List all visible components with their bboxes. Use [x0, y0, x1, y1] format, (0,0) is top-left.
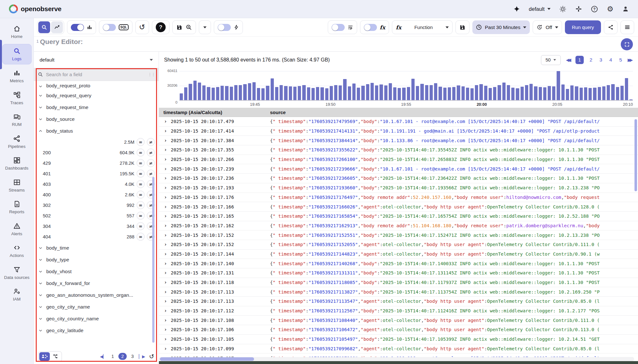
sidebar-item-data-sources[interactable]: Data sources: [2, 263, 32, 283]
include-filter-button[interactable]: =: [137, 170, 145, 178]
field-item-body_status[interactable]: body_status: [34, 125, 159, 137]
log-row[interactable]: ›2025-10-15 20:10:17.236{"_timestamp":"1…: [159, 174, 638, 183]
log-row[interactable]: ›2025-10-15 20:10:17.113{"_timestamp":"1…: [159, 297, 638, 306]
help-query-button[interactable]: ?: [152, 20, 169, 34]
log-row[interactable]: ›2025-10-15 20:10:17.479{"_timestamp":"1…: [159, 117, 638, 127]
histogram-toggle-button[interactable]: [67, 20, 96, 34]
log-row[interactable]: ›2025-10-15 20:10:17.414{"_timestamp":"1…: [159, 127, 638, 136]
save-search-group[interactable]: [172, 20, 196, 34]
expand-row-icon[interactable]: ›: [164, 242, 167, 247]
field-page-2[interactable]: 2: [118, 353, 127, 360]
expand-row-icon[interactable]: ›: [164, 289, 167, 295]
include-filter-button[interactable]: =: [137, 212, 145, 220]
first-page-icon[interactable]: ◀▏: [100, 354, 106, 359]
expand-row-icon[interactable]: ›: [164, 128, 167, 134]
include-filter-button[interactable]: =: [137, 180, 145, 188]
exclude-filter-button[interactable]: ≠: [147, 149, 155, 157]
horizontal-scrollbar[interactable]: [159, 357, 634, 361]
histogram-toggle[interactable]: [71, 24, 84, 31]
log-row[interactable]: ›2025-10-15 20:10:17.113{"_timestamp":"1…: [159, 287, 638, 297]
log-row[interactable]: ›2025-10-15 20:10:17.118{"_timestamp":"1…: [159, 278, 638, 288]
expand-row-icon[interactable]: ›: [164, 119, 167, 124]
log-row[interactable]: ›2025-10-15 20:10:17.165{"_timestamp":"1…: [159, 212, 638, 221]
field-item-geo_asn_autonomous_system_organ[interactable]: geo_asn_autonomous_system_organ...: [34, 289, 159, 301]
field-item-geo_city_country_name[interactable]: geo_city_country_name: [34, 313, 159, 324]
include-filter-button[interactable]: =: [137, 201, 145, 209]
profile-icon[interactable]: [622, 5, 629, 12]
log-row[interactable]: ›2025-10-15 20:10:17.176{"_timestamp":"1…: [159, 193, 638, 202]
field-item-body_vhost[interactable]: body_vhost: [34, 266, 159, 277]
events-histogram[interactable]: 60411302060 19:4519:5019:5520:0020:0520:…: [159, 68, 638, 108]
sql-toggle[interactable]: [103, 24, 116, 31]
expand-row-icon[interactable]: ›: [164, 232, 167, 238]
sql-mode-toggle-button[interactable]: SQL: [99, 20, 132, 34]
chart-mode-button[interactable]: [51, 21, 63, 33]
include-filter-button[interactable]: =: [137, 191, 145, 199]
expand-row-icon[interactable]: ›: [164, 194, 167, 200]
log-row[interactable]: ›2025-10-15 20:10:17.193{"_timestamp":"1…: [159, 183, 638, 193]
transform-toggle-button[interactable]: fx: [360, 20, 389, 34]
expand-row-icon[interactable]: ›: [164, 270, 167, 276]
settings-gear-icon[interactable]: ⚙: [607, 5, 613, 13]
log-row[interactable]: ›2025-10-15 20:10:17.384{"_timestamp":"1…: [159, 136, 638, 145]
include-filter-button[interactable]: =: [137, 149, 145, 157]
results-page-1[interactable]: 1: [575, 56, 584, 64]
results-page-2[interactable]: 2: [588, 57, 594, 63]
include-filter-button[interactable]: =: [137, 233, 145, 241]
share-button[interactable]: [604, 20, 618, 34]
expand-row-icon[interactable]: ›: [164, 261, 167, 266]
results-page-5[interactable]: 5: [618, 57, 623, 63]
exclude-filter-button[interactable]: ≠: [147, 159, 155, 167]
expand-row-icon[interactable]: ›: [164, 327, 167, 332]
log-row[interactable]: ›2025-10-15 20:10:17.239{"_timestamp":"1…: [159, 164, 638, 174]
vertical-scrollbar-thumb[interactable]: [634, 119, 637, 191]
expand-row-icon[interactable]: ›: [164, 166, 167, 172]
query-editor[interactable]: 1 Query Editor:: [34, 37, 638, 52]
include-filter-button[interactable]: =: [137, 222, 145, 230]
previous-pages-icon[interactable]: ◀◀: [566, 57, 571, 62]
quick-mode-toggle-button[interactable]: [214, 20, 243, 34]
field-search[interactable]: Search for a field ⋮⋮: [34, 68, 159, 81]
fx-toggle[interactable]: [364, 24, 377, 31]
run-query-button[interactable]: Run query: [565, 20, 601, 34]
expand-row-icon[interactable]: ›: [164, 336, 167, 342]
expand-row-icon[interactable]: ›: [164, 213, 167, 219]
field-item-body_request_proto[interactable]: body_request_proto: [34, 81, 159, 90]
sidebar-item-pipelines[interactable]: Pipelines: [2, 132, 32, 152]
sidebar-item-streams[interactable]: Streams: [2, 176, 32, 196]
log-row[interactable]: ›2025-10-15 20:10:17.099{"_timestamp":"1…: [159, 344, 638, 354]
sidebar-item-home[interactable]: Home: [2, 22, 32, 42]
theme-light-icon[interactable]: [559, 5, 567, 13]
log-row[interactable]: ›2025-10-15 20:10:17.166{"_timestamp":"1…: [159, 202, 638, 212]
log-row[interactable]: ›2025-10-15 20:10:17.105{"_timestamp":"1…: [159, 335, 638, 344]
field-item-body_time[interactable]: body_time: [34, 242, 159, 254]
log-row[interactable]: ›2025-10-15 20:10:17.106{"_timestamp":"1…: [159, 325, 638, 335]
field-page-1[interactable]: 1: [110, 354, 115, 359]
field-item-body_source[interactable]: body_source: [34, 113, 159, 125]
logo[interactable]: openobserve: [9, 4, 61, 13]
expand-row-icon[interactable]: ›: [164, 308, 167, 314]
wrap-lines-toggle-button[interactable]: [328, 20, 357, 34]
expand-editor-button[interactable]: [621, 38, 633, 50]
save-function-button[interactable]: [455, 20, 469, 34]
source-column-header[interactable]: source: [270, 110, 638, 115]
menu-button[interactable]: [620, 20, 634, 34]
exclude-filter-button[interactable]: ≠: [147, 138, 155, 146]
expand-row-icon[interactable]: ›: [164, 204, 167, 210]
field-page-3[interactable]: 3: [130, 354, 135, 359]
sidebar-item-iam[interactable]: IAM: [2, 285, 32, 305]
log-row[interactable]: ›2025-10-15 20:10:17.131{"_timestamp":"1…: [159, 268, 638, 278]
sidebar-item-alerts[interactable]: Alerts: [2, 219, 32, 239]
horizontal-scrollbar-thumb[interactable]: [160, 357, 254, 361]
help-icon[interactable]: ?: [591, 5, 598, 13]
last-page-icon[interactable]: ▏▶: [139, 354, 145, 359]
search-mode-button[interactable]: [38, 21, 50, 33]
log-row[interactable]: ›2025-10-15 20:10:17.266{"_timestamp":"1…: [159, 155, 638, 164]
field-item-body_request_query[interactable]: body_request_query: [34, 90, 159, 101]
expand-row-icon[interactable]: ›: [164, 298, 167, 304]
expand-row-icon[interactable]: ›: [164, 138, 167, 143]
refresh-fields-icon[interactable]: ↺: [149, 353, 154, 360]
field-item-body_request_time[interactable]: body_request_time: [34, 101, 159, 113]
wrap-toggle[interactable]: [332, 24, 345, 31]
expand-row-icon[interactable]: ›: [164, 280, 167, 285]
